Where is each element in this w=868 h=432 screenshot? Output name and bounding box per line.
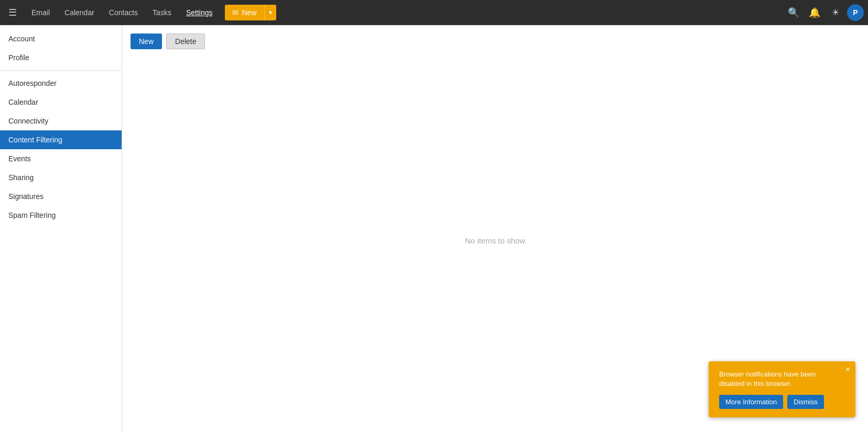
- new-button[interactable]: New: [131, 34, 162, 49]
- content-toolbar: New Delete: [131, 34, 860, 49]
- topbar-email-icon: ✉: [232, 8, 238, 17]
- sidebar-item-events[interactable]: Events: [0, 149, 122, 168]
- avatar[interactable]: P: [847, 4, 864, 21]
- sidebar-item-signatures[interactable]: Signatures: [0, 187, 122, 206]
- sidebar-item-account[interactable]: Account: [0, 29, 122, 48]
- sidebar-toggle[interactable]: ☰: [4, 4, 21, 21]
- sidebar-divider: [0, 70, 122, 71]
- sidebar-item-spam-filtering[interactable]: Spam Filtering: [0, 206, 122, 225]
- toast-actions: More Information Dismiss: [719, 395, 845, 409]
- sidebar-item-autoresponder[interactable]: Autoresponder: [0, 74, 122, 93]
- sidebar-item-connectivity[interactable]: Connectivity: [0, 112, 122, 130]
- topbar-new-dropdown[interactable]: ▾: [264, 5, 276, 20]
- topbar-new-label: New: [242, 8, 256, 17]
- sidebar-item-content-filtering[interactable]: Content Filtering: [0, 130, 122, 149]
- search-icon[interactable]: 🔍: [784, 3, 803, 22]
- notification-toast: × Browser notifications have been disabl…: [709, 361, 855, 417]
- nav-contacts[interactable]: Contacts: [103, 5, 144, 20]
- nav-calendar[interactable]: Calendar: [58, 5, 101, 20]
- delete-button[interactable]: Delete: [166, 34, 205, 49]
- sidebar-group-2: Autoresponder Calendar Connectivity Cont…: [0, 74, 122, 225]
- notification-icon[interactable]: 🔔: [805, 3, 824, 22]
- sidebar-item-calendar[interactable]: Calendar: [0, 93, 122, 112]
- dismiss-button[interactable]: Dismiss: [787, 395, 824, 409]
- theme-icon[interactable]: ☀: [826, 3, 845, 22]
- topbar-new-wrapper: ✉ New ▾: [225, 5, 276, 20]
- nav-email[interactable]: Email: [25, 5, 56, 20]
- toast-message: Browser notifications have been disabled…: [719, 370, 837, 389]
- nav-settings[interactable]: Settings: [180, 5, 219, 20]
- sidebar-item-sharing[interactable]: Sharing: [0, 168, 122, 187]
- sidebar-group-1: Account Profile: [0, 29, 122, 67]
- toast-close-button[interactable]: ×: [845, 365, 850, 374]
- more-information-button[interactable]: More Information: [719, 395, 783, 409]
- sidebar: Account Profile Autoresponder Calendar C…: [0, 25, 122, 432]
- sidebar-item-profile[interactable]: Profile: [0, 48, 122, 67]
- topbar: ☰ Email Calendar Contacts Tasks Settings…: [0, 0, 868, 25]
- nav-tasks[interactable]: Tasks: [146, 5, 178, 20]
- topbar-new-button[interactable]: ✉ New: [225, 5, 264, 20]
